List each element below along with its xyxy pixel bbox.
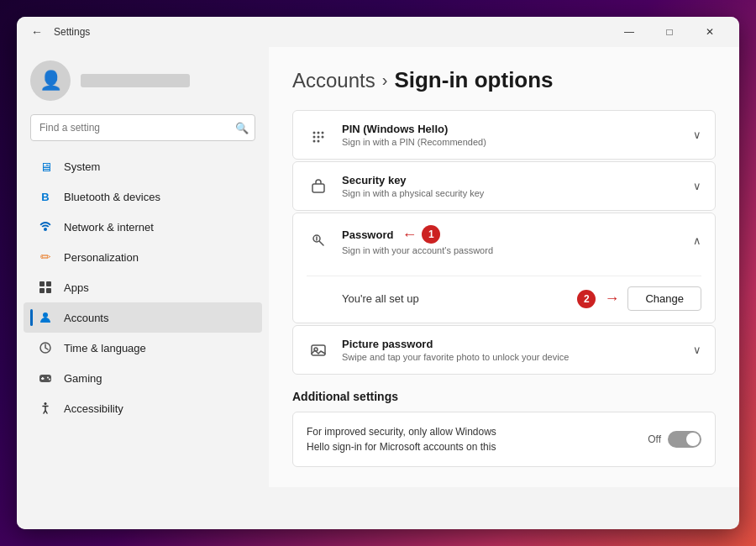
- option-text-picture-password: Picture password Swipe and tap your favo…: [342, 338, 681, 362]
- option-name-picture-password: Picture password: [342, 338, 681, 350]
- search-box: 🔍: [30, 114, 255, 141]
- maximize-button[interactable]: □: [650, 17, 689, 47]
- password-chevron-icon: ∧: [693, 234, 701, 247]
- option-name-password: Password ← 1: [342, 225, 681, 244]
- svg-point-15: [322, 131, 324, 134]
- options-list: PIN (Windows Hello) Sign in with a PIN (…: [292, 110, 716, 375]
- sidebar-item-bluetooth[interactable]: B Bluetooth & devices: [24, 181, 262, 212]
- sidebar-item-network[interactable]: Network & internet: [24, 212, 262, 242]
- additional-settings-title: Additional settings: [292, 390, 716, 403]
- sidebar-item-label: System: [64, 160, 100, 173]
- toggle-off-label: Off: [648, 433, 661, 445]
- svg-point-10: [47, 377, 49, 379]
- security-key-icon: [307, 175, 330, 198]
- option-item-picture-password[interactable]: Picture password Swipe and tap your favo…: [292, 325, 716, 375]
- sidebar-item-system[interactable]: 🖥 System: [24, 151, 262, 181]
- bluetooth-icon: B: [37, 188, 54, 205]
- close-button[interactable]: ✕: [690, 17, 729, 47]
- sidebar-item-label: Personalization: [64, 251, 139, 264]
- svg-rect-4: [46, 288, 51, 293]
- sidebar-item-label: Apps: [64, 281, 89, 294]
- sidebar-item-accounts[interactable]: Accounts: [24, 302, 262, 333]
- password-expanded-body: You're all set up 2 → Change: [307, 276, 701, 323]
- svg-point-19: [313, 139, 316, 142]
- picture-password-icon: [307, 339, 330, 362]
- password-icon: [307, 228, 330, 252]
- change-password-button[interactable]: Change: [627, 286, 701, 311]
- titlebar-controls: — □ ✕: [610, 17, 729, 47]
- username-bar: [81, 74, 190, 87]
- network-icon: [37, 218, 54, 235]
- svg-point-20: [318, 139, 320, 142]
- sidebar-item-label: Bluetooth & devices: [64, 191, 160, 203]
- personalization-icon: ✏: [37, 249, 54, 265]
- search-icon: 🔍: [235, 122, 249, 134]
- nav-list: 🖥 System B Bluetooth & devices: [17, 148, 269, 427]
- option-desc-pin: Sign in with a PIN (Recommended): [342, 137, 681, 147]
- svg-rect-9: [41, 378, 45, 380]
- sidebar-item-label: Accounts: [64, 312, 108, 324]
- sidebar-item-label: Gaming: [64, 372, 102, 385]
- sidebar-item-time[interactable]: Time & language: [24, 333, 262, 363]
- sidebar-item-gaming[interactable]: Gaming: [24, 363, 262, 393]
- option-desc-password: Sign in with your account's password: [342, 245, 681, 255]
- breadcrumb: Accounts: [292, 69, 375, 92]
- sidebar: 👤 🔍 🖥 System B Bluetooth & devices: [17, 47, 269, 529]
- avatar-icon: 👤: [39, 70, 62, 92]
- arrow-right-icon: →: [604, 290, 619, 307]
- option-item-password[interactable]: Password ← 1 Sign in with your account's…: [292, 213, 716, 323]
- svg-point-17: [318, 135, 320, 138]
- svg-point-14: [318, 131, 320, 134]
- settings-window: ← Settings — □ ✕ 👤 🔍 🖥: [17, 17, 739, 529]
- svg-point-5: [43, 312, 48, 318]
- option-item-pin[interactable]: PIN (Windows Hello) Sign in with a PIN (…: [292, 110, 716, 160]
- titlebar-title: Settings: [54, 26, 90, 38]
- svg-rect-2: [46, 281, 51, 286]
- svg-rect-1: [39, 281, 45, 286]
- search-input[interactable]: [30, 114, 255, 141]
- minimize-button[interactable]: —: [610, 17, 648, 47]
- svg-point-18: [322, 135, 324, 138]
- titlebar: ← Settings — □ ✕: [17, 17, 739, 47]
- accounts-icon: [37, 309, 54, 326]
- sidebar-item-apps[interactable]: Apps: [24, 272, 262, 302]
- time-icon: [37, 339, 54, 356]
- page-header: Accounts › Sign-in options: [292, 67, 716, 93]
- main-content: Accounts › Sign-in options: [269, 47, 739, 487]
- svg-point-0: [44, 228, 47, 231]
- annotation-1-group: ← 1: [402, 225, 440, 244]
- password-header: Password ← 1 Sign in with your account's…: [307, 225, 701, 255]
- main-wrapper: Accounts › Sign-in options: [269, 47, 739, 529]
- option-name-pin: PIN (Windows Hello): [342, 123, 681, 135]
- svg-point-11: [49, 379, 50, 381]
- arrow-left-icon: ←: [402, 227, 417, 242]
- picture-password-chevron-icon: ∨: [693, 344, 701, 356]
- gaming-icon: [37, 370, 54, 386]
- annotation-2-circle: 2: [577, 290, 596, 308]
- option-item-security-key[interactable]: Security key Sign in with a physical sec…: [292, 161, 716, 211]
- hello-toggle[interactable]: [668, 431, 701, 448]
- page-title: Sign-in options: [394, 67, 553, 93]
- content-area: 👤 🔍 🖥 System B Bluetooth & devices: [17, 47, 739, 529]
- svg-point-16: [313, 135, 316, 138]
- option-desc-picture-password: Swipe and tap your favorite photo to unl…: [342, 352, 681, 362]
- sidebar-item-label: Accessibility: [64, 402, 123, 415]
- back-button[interactable]: ←: [27, 22, 47, 42]
- sidebar-item-label: Time & language: [64, 342, 146, 354]
- sidebar-item-personalization[interactable]: ✏ Personalization: [24, 242, 262, 272]
- breadcrumb-arrow: ›: [382, 71, 388, 90]
- toggle-container: Off: [648, 431, 701, 448]
- option-name-security-key: Security key: [342, 174, 681, 186]
- sidebar-item-accessibility[interactable]: Accessibility: [24, 393, 262, 423]
- option-text-password: Password ← 1 Sign in with your account's…: [342, 225, 681, 255]
- accessibility-icon: [37, 400, 54, 417]
- annotation-1-circle: 1: [422, 225, 440, 244]
- apps-icon: [37, 279, 54, 296]
- system-icon: 🖥: [37, 158, 54, 175]
- option-text-security-key: Security key Sign in with a physical sec…: [342, 174, 681, 198]
- svg-rect-3: [39, 288, 45, 293]
- avatar: 👤: [30, 60, 71, 101]
- svg-point-13: [313, 131, 316, 134]
- svg-point-12: [45, 402, 47, 405]
- user-section: 👤: [17, 47, 269, 111]
